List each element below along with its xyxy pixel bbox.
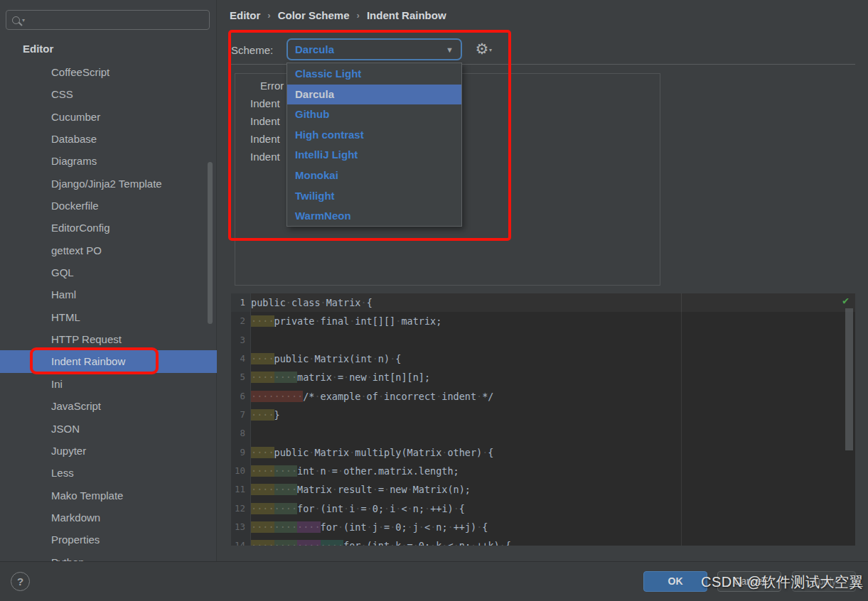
breadcrumb: Editor›Color Scheme›Indent Rainbow: [230, 9, 446, 21]
whitespace-dot: ·: [424, 503, 430, 514]
scheme-option-high-contrast[interactable]: High contrast: [287, 125, 461, 146]
sidebar-item-database[interactable]: Database: [0, 128, 217, 150]
ok-button[interactable]: OK: [643, 571, 707, 592]
scheme-option-intellij-light[interactable]: IntelliJ Light: [287, 145, 461, 166]
whitespace-dot: ·: [441, 540, 447, 546]
code-text: ········int·n·=·other.matrix.length;: [251, 462, 855, 480]
sidebar-item-python[interactable]: Python: [0, 551, 217, 561]
sidebar-item-django-jinja2-template[interactable]: Django/Jinja2 Template: [0, 173, 217, 195]
line-number: 5: [231, 368, 251, 386]
line-number: 8: [231, 424, 251, 443]
scheme-option-darcula[interactable]: Darcula: [287, 85, 461, 105]
whitespace-dot: ·: [332, 372, 338, 383]
whitespace-dot: ·: [471, 540, 476, 546]
code-text: ····private·final·int[][]·matrix;: [251, 312, 855, 330]
line-number: 6: [231, 387, 251, 406]
sidebar-item-http-request[interactable]: HTTP Request: [0, 328, 217, 350]
scheme-gear-button[interactable]: ⚙▾: [471, 40, 493, 60]
indent-block-l3: ····: [297, 521, 321, 533]
sidebar-item-markdown[interactable]: Markdown: [0, 507, 217, 529]
sidebar-item-jupyter[interactable]: Jupyter: [0, 440, 217, 462]
line-number: 12: [231, 499, 251, 518]
line-number: 13: [231, 518, 251, 536]
whitespace-dot: ·: [384, 484, 390, 495]
editor-scrollbar[interactable]: [845, 308, 853, 450]
line-number: 14: [231, 536, 251, 546]
code-text: ········Matrix·result·=·new·Matrix(n);: [251, 480, 855, 499]
code-line: 12········for·(int·i·=·0;·i·<·n;·++i)·{: [231, 499, 855, 518]
code-line: 3: [231, 331, 855, 350]
whitespace-dot: ·: [448, 521, 454, 533]
sidebar-item-gql[interactable]: GQL: [0, 261, 217, 283]
sidebar-item-cucumber[interactable]: Cucumber: [0, 106, 217, 128]
code-line: 5········matrix·=·new·int[n][n];: [231, 368, 855, 386]
sidebar-item-editorconfig[interactable]: EditorConfig: [0, 217, 217, 239]
scheme-combobox[interactable]: Darcula ▼: [286, 38, 462, 60]
chevron-down-icon: ▾: [22, 17, 25, 23]
whitespace-dot: ·: [349, 315, 355, 327]
sidebar-item-dockerfile[interactable]: Dockerfile: [0, 195, 217, 217]
help-button[interactable]: ?: [11, 572, 30, 591]
whitespace-dot: ·: [367, 521, 373, 533]
scheme-option-github[interactable]: Github: [287, 104, 461, 125]
scheme-option-warmneon[interactable]: WarmNeon: [287, 206, 461, 227]
search-input[interactable]: ▾: [6, 10, 210, 30]
sidebar-item-html[interactable]: HTML: [0, 306, 217, 328]
sidebar-section-editor[interactable]: Editor: [23, 43, 53, 55]
line-number: 2: [231, 312, 251, 330]
sidebar-item-mako-template[interactable]: Mako Template: [0, 484, 217, 507]
indent-block-l1: ····: [251, 447, 274, 458]
code-text: [251, 424, 855, 443]
sidebar-scrollbar[interactable]: [208, 162, 213, 324]
sidebar-item-ini[interactable]: Ini: [0, 373, 217, 395]
code-text: ····public·Matrix·multiply(Matrix·other)…: [251, 443, 855, 462]
breadcrumb-item[interactable]: Editor: [230, 9, 260, 21]
whitespace-dot: ·: [360, 391, 366, 402]
sidebar-item-indent-rainbow[interactable]: Indent Rainbow: [0, 350, 217, 372]
code-line: 10········int·n·=·other.matrix.length;: [231, 462, 855, 480]
scheme-option-monokai[interactable]: Monokai: [287, 166, 461, 186]
code-preview-editor[interactable]: 1public·class·Matrix·{2····private·final…: [231, 293, 855, 546]
indent-block-l2: ····: [274, 465, 298, 477]
sidebar-item-css[interactable]: CSS: [0, 83, 217, 105]
whitespace-dot: ·: [338, 521, 343, 533]
whitespace-dot: ·: [413, 540, 419, 546]
whitespace-dot: ·: [373, 353, 378, 364]
whitespace-dot: ·: [476, 521, 482, 533]
sidebar-item-haml[interactable]: Haml: [0, 283, 217, 305]
whitespace-dot: ·: [360, 540, 366, 546]
code-line: 6·········/*·example·of·incorrect·indent…: [231, 387, 855, 406]
sidebar-item-less[interactable]: Less: [0, 462, 217, 484]
breadcrumb-item[interactable]: Indent Rainbow: [367, 9, 446, 21]
sidebar-item-gettext-po[interactable]: gettext PO: [0, 239, 217, 261]
code-text: public·class·Matrix·{: [251, 293, 855, 312]
code-line: 1public·class·Matrix·{: [231, 293, 855, 312]
sidebar-item-json[interactable]: JSON: [0, 418, 217, 440]
code-text: ····}: [251, 406, 855, 424]
whitespace-dot: ·: [314, 315, 320, 327]
sidebar-item-diagrams[interactable]: Diagrams: [0, 150, 217, 172]
whitespace-dot: ·: [360, 297, 366, 308]
scheme-option-classic-light[interactable]: Classic Light: [287, 64, 461, 85]
scheme-combobox-value: Darcula: [295, 43, 446, 55]
sidebar-item-properties[interactable]: Properties: [0, 529, 217, 551]
indent-block-l1: ····: [251, 540, 274, 546]
code-text: ·········/*·example·of·incorrect·indent·…: [251, 387, 855, 406]
whitespace-dot: ·: [407, 503, 413, 514]
whitespace-dot: ·: [378, 521, 384, 533]
sidebar-item-coffeescript[interactable]: CoffeeScript: [0, 61, 217, 83]
scheme-dropdown-popup: Classic LightDarculaGithubHigh contrastI…: [286, 63, 462, 227]
whitespace-dot: ·: [378, 391, 384, 402]
line-number: 10: [231, 462, 251, 480]
inspection-ok-icon: ✔: [842, 294, 849, 307]
code-line: 2····private·final·int[][]·matrix;: [231, 312, 855, 330]
sidebar-item-javascript[interactable]: JavaScript: [0, 395, 217, 417]
code-text: ················for·(int·k·=·0;·k·<·n;·+…: [251, 536, 855, 546]
whitespace-dot: ·: [309, 447, 314, 458]
code-text: ········for·(int·i·=·0;·i·<·n;·++i)·{: [251, 499, 855, 518]
line-number: 3: [231, 331, 251, 350]
breadcrumb-item[interactable]: Color Scheme: [278, 9, 350, 21]
scheme-option-twilight[interactable]: Twilight: [287, 186, 461, 207]
whitespace-dot: ·: [454, 540, 459, 546]
code-line: 11········Matrix·result·=·new·Matrix(n);: [231, 480, 855, 499]
